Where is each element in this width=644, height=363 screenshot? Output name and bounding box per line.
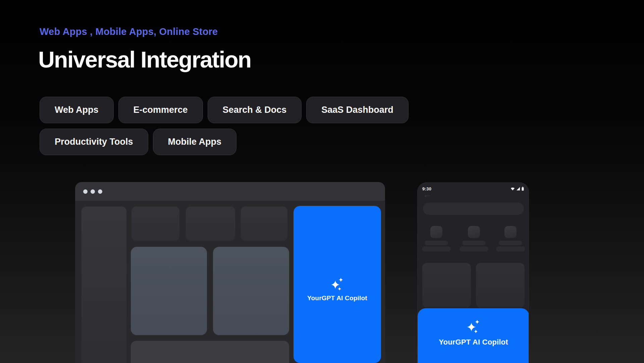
- skeleton-block: [241, 207, 287, 241]
- filter-pills: Web Apps E-commerce Search & Docs SaaS D…: [40, 97, 442, 155]
- skeleton-block: [131, 207, 179, 241]
- skeleton-card-block: [131, 247, 207, 335]
- skeleton-line: [462, 241, 486, 245]
- window-dot-icon: [98, 189, 102, 194]
- skeleton-line: [460, 246, 488, 252]
- battery-icon: [522, 187, 524, 191]
- skeleton-sidebar-block: [82, 207, 126, 363]
- skeleton-block: [186, 207, 235, 241]
- sparkles-icon: [331, 277, 344, 291]
- copilot-panel-mobile-content: YourGPT AI Copilot: [418, 319, 529, 347]
- copilot-panel: YourGPT AI Copilot: [293, 206, 381, 363]
- copilot-panel-content: YourGPT AI Copilot: [293, 277, 381, 302]
- sparkles-icon: [467, 319, 481, 333]
- filter-pill-productivity-tools[interactable]: Productivity Tools: [40, 129, 148, 155]
- copilot-label-mobile: YourGPT AI Copilot: [439, 338, 508, 347]
- filter-pill-ecommerce[interactable]: E-commerce: [118, 97, 203, 123]
- skeleton-line: [422, 246, 451, 252]
- window-dot-icon: [83, 189, 88, 194]
- page-title: Universal Integration: [38, 48, 251, 71]
- skeleton-icon-block: [504, 226, 517, 238]
- copilot-label: YourGPT AI Copilot: [307, 294, 367, 302]
- filter-pill-mobile-apps[interactable]: Mobile Apps: [153, 129, 237, 155]
- skeleton-wide-block: [131, 341, 289, 363]
- skeleton-line: [425, 241, 448, 245]
- browser-titlebar: [75, 182, 385, 201]
- skeleton-card-block: [476, 263, 525, 308]
- hero-eyebrow: Web Apps , Mobile Apps, Online Store: [40, 27, 218, 37]
- copilot-panel-mobile: YourGPT AI Copilot: [418, 308, 529, 363]
- skeleton-icon-block: [430, 226, 442, 238]
- window-dot-icon: [91, 189, 95, 194]
- browser-mockup: YourGPT AI Copilot: [75, 182, 385, 363]
- phone-mockup: 9:30 ←: [417, 182, 529, 363]
- skeleton-line: [496, 246, 525, 252]
- skeleton-icon-block: [468, 226, 480, 238]
- skeleton-card-block: [422, 263, 471, 308]
- filter-pill-saas-dashboard[interactable]: SaaS Dashboard: [306, 97, 409, 123]
- back-arrow-icon: ←: [423, 190, 432, 199]
- traffic-dots-icon: [83, 189, 102, 194]
- status-icons: [511, 187, 524, 191]
- hero-section: Web Apps , Mobile Apps, Online Store Uni…: [0, 0, 644, 363]
- phone-status-bar: 9:30: [422, 186, 524, 191]
- filter-pill-search-docs[interactable]: Search & Docs: [208, 97, 302, 123]
- skeleton-line: [499, 241, 522, 245]
- skeleton-card-block: [213, 247, 289, 335]
- wifi-icon: [511, 187, 515, 191]
- filter-pill-web-apps[interactable]: Web Apps: [40, 97, 114, 123]
- signal-icon: [516, 187, 520, 191]
- search-bar-skeleton: [423, 202, 524, 215]
